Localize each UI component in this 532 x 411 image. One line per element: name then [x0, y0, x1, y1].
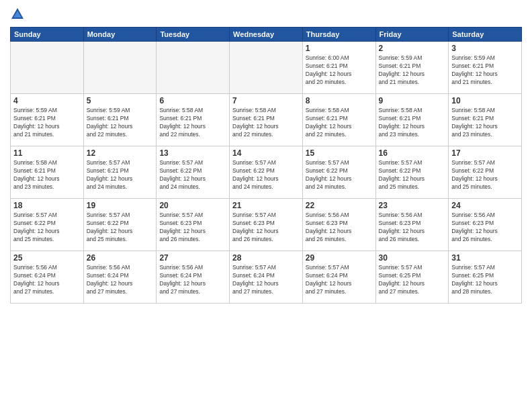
day-info: Sunrise: 5:58 AM Sunset: 6:21 PM Dayligh…	[451, 107, 519, 139]
calendar-cell-w3d1: 11Sunrise: 5:58 AM Sunset: 6:21 PM Dayli…	[11, 146, 84, 199]
day-info: Sunrise: 5:56 AM Sunset: 6:24 PM Dayligh…	[13, 264, 81, 296]
page: SundayMondayTuesdayWednesdayThursdayFrid…	[0, 0, 532, 411]
day-number: 20	[159, 201, 226, 210]
day-number: 7	[232, 96, 300, 105]
calendar-cell-w2d3: 6Sunrise: 5:58 AM Sunset: 6:21 PM Daylig…	[157, 94, 230, 146]
calendar-cell-w5d7: 31Sunrise: 5:57 AM Sunset: 6:25 PM Dayli…	[449, 251, 522, 304]
day-info: Sunrise: 5:57 AM Sunset: 6:21 PM Dayligh…	[87, 159, 154, 191]
day-number: 14	[232, 148, 300, 158]
day-info: Sunrise: 5:58 AM Sunset: 6:21 PM Dayligh…	[13, 159, 81, 191]
day-info: Sunrise: 5:58 AM Sunset: 6:21 PM Dayligh…	[379, 107, 446, 139]
day-info: Sunrise: 5:57 AM Sunset: 6:23 PM Dayligh…	[232, 212, 300, 244]
day-number: 17	[451, 148, 519, 158]
day-info: Sunrise: 5:57 AM Sunset: 6:22 PM Dayligh…	[87, 212, 154, 244]
calendar-cell-w2d7: 10Sunrise: 5:58 AM Sunset: 6:21 PM Dayli…	[449, 94, 522, 146]
calendar-header: SundayMondayTuesdayWednesdayThursdayFrid…	[11, 28, 522, 42]
day-info: Sunrise: 5:58 AM Sunset: 6:21 PM Dayligh…	[306, 107, 373, 139]
day-number: 31	[451, 253, 519, 263]
day-info: Sunrise: 5:57 AM Sunset: 6:22 PM Dayligh…	[379, 159, 446, 191]
day-number: 30	[379, 253, 446, 263]
day-info: Sunrise: 5:57 AM Sunset: 6:22 PM Dayligh…	[451, 159, 519, 191]
day-info: Sunrise: 5:56 AM Sunset: 6:23 PM Dayligh…	[451, 212, 519, 244]
day-number: 18	[13, 201, 81, 210]
day-info: Sunrise: 5:57 AM Sunset: 6:25 PM Dayligh…	[451, 264, 519, 296]
calendar-cell-w2d6: 9Sunrise: 5:58 AM Sunset: 6:21 PM Daylig…	[375, 94, 449, 146]
calendar-body: 1Sunrise: 6:00 AM Sunset: 6:21 PM Daylig…	[11, 42, 522, 304]
calendar-cell-w1d5: 1Sunrise: 6:00 AM Sunset: 6:21 PM Daylig…	[302, 42, 375, 94]
day-info: Sunrise: 5:57 AM Sunset: 6:22 PM Dayligh…	[13, 212, 81, 244]
calendar-table: SundayMondayTuesdayWednesdayThursdayFrid…	[10, 27, 522, 304]
calendar-cell-w5d3: 27Sunrise: 5:56 AM Sunset: 6:24 PM Dayli…	[157, 251, 230, 304]
day-number: 27	[159, 253, 226, 263]
calendar-cell-w3d5: 15Sunrise: 5:57 AM Sunset: 6:22 PM Dayli…	[302, 146, 375, 199]
day-header-sunday: Sunday	[11, 28, 84, 42]
calendar-cell-w3d7: 17Sunrise: 5:57 AM Sunset: 6:22 PM Dayli…	[449, 146, 522, 199]
day-info: Sunrise: 5:59 AM Sunset: 6:21 PM Dayligh…	[13, 107, 81, 139]
day-number: 28	[232, 253, 300, 263]
calendar-cell-w5d4: 28Sunrise: 5:57 AM Sunset: 6:24 PM Dayli…	[230, 251, 303, 304]
day-number: 16	[379, 148, 446, 158]
day-info: Sunrise: 5:59 AM Sunset: 6:21 PM Dayligh…	[87, 107, 154, 139]
day-info: Sunrise: 5:57 AM Sunset: 6:24 PM Dayligh…	[232, 264, 300, 296]
calendar-cell-w1d2	[83, 42, 157, 94]
day-info: Sunrise: 5:57 AM Sunset: 6:22 PM Dayligh…	[306, 159, 373, 191]
day-number: 10	[451, 96, 519, 105]
day-number: 1	[306, 44, 373, 53]
day-info: Sunrise: 5:59 AM Sunset: 6:21 PM Dayligh…	[451, 54, 519, 87]
calendar-cell-w1d6: 2Sunrise: 5:59 AM Sunset: 6:21 PM Daylig…	[375, 42, 449, 94]
calendar-cell-w2d4: 7Sunrise: 5:58 AM Sunset: 6:21 PM Daylig…	[230, 94, 303, 146]
day-header-thursday: Thursday	[302, 28, 375, 42]
day-info: Sunrise: 5:56 AM Sunset: 6:23 PM Dayligh…	[306, 212, 373, 244]
day-number: 12	[87, 148, 154, 158]
day-number: 4	[13, 96, 81, 105]
week-row-4: 18Sunrise: 5:57 AM Sunset: 6:22 PM Dayli…	[11, 199, 522, 251]
day-number: 29	[306, 253, 373, 263]
day-number: 21	[232, 201, 300, 210]
calendar-cell-w4d7: 24Sunrise: 5:56 AM Sunset: 6:23 PM Dayli…	[449, 199, 522, 251]
calendar-cell-w2d2: 5Sunrise: 5:59 AM Sunset: 6:21 PM Daylig…	[83, 94, 157, 146]
day-info: Sunrise: 5:57 AM Sunset: 6:23 PM Dayligh…	[159, 212, 226, 244]
calendar-cell-w1d7: 3Sunrise: 5:59 AM Sunset: 6:21 PM Daylig…	[449, 42, 522, 94]
week-row-1: 1Sunrise: 6:00 AM Sunset: 6:21 PM Daylig…	[11, 42, 522, 94]
day-header-saturday: Saturday	[449, 28, 522, 42]
calendar-cell-w5d1: 25Sunrise: 5:56 AM Sunset: 6:24 PM Dayli…	[11, 251, 84, 304]
day-header-monday: Monday	[83, 28, 157, 42]
day-number: 23	[379, 201, 446, 210]
logo	[10, 7, 28, 21]
day-info: Sunrise: 5:57 AM Sunset: 6:22 PM Dayligh…	[159, 159, 226, 191]
day-number: 15	[306, 148, 373, 158]
day-header-row: SundayMondayTuesdayWednesdayThursdayFrid…	[11, 28, 522, 42]
day-number: 9	[379, 96, 446, 105]
day-number: 13	[159, 148, 226, 158]
day-number: 8	[306, 96, 373, 105]
day-number: 22	[306, 201, 373, 210]
header	[10, 7, 522, 21]
calendar-cell-w5d6: 30Sunrise: 5:57 AM Sunset: 6:25 PM Dayli…	[375, 251, 449, 304]
calendar-cell-w4d4: 21Sunrise: 5:57 AM Sunset: 6:23 PM Dayli…	[230, 199, 303, 251]
day-info: Sunrise: 5:58 AM Sunset: 6:21 PM Dayligh…	[232, 107, 300, 139]
day-number: 5	[87, 96, 154, 105]
day-info: Sunrise: 5:56 AM Sunset: 6:23 PM Dayligh…	[379, 212, 446, 244]
calendar-cell-w5d2: 26Sunrise: 5:56 AM Sunset: 6:24 PM Dayli…	[83, 251, 157, 304]
calendar-cell-w4d6: 23Sunrise: 5:56 AM Sunset: 6:23 PM Dayli…	[375, 199, 449, 251]
day-number: 6	[159, 96, 226, 105]
day-header-tuesday: Tuesday	[157, 28, 230, 42]
day-number: 2	[379, 44, 446, 53]
day-info: Sunrise: 5:57 AM Sunset: 6:25 PM Dayligh…	[379, 264, 446, 296]
calendar-cell-w3d2: 12Sunrise: 5:57 AM Sunset: 6:21 PM Dayli…	[83, 146, 157, 199]
day-number: 19	[87, 201, 154, 210]
day-info: Sunrise: 5:56 AM Sunset: 6:24 PM Dayligh…	[87, 264, 154, 296]
week-row-2: 4Sunrise: 5:59 AM Sunset: 6:21 PM Daylig…	[11, 94, 522, 146]
calendar-cell-w4d3: 20Sunrise: 5:57 AM Sunset: 6:23 PM Dayli…	[157, 199, 230, 251]
calendar-cell-w1d4	[230, 42, 303, 94]
day-info: Sunrise: 5:57 AM Sunset: 6:24 PM Dayligh…	[306, 264, 373, 296]
calendar-cell-w1d1	[11, 42, 84, 94]
day-number: 26	[87, 253, 154, 263]
day-number: 3	[451, 44, 519, 53]
day-number: 24	[451, 201, 519, 210]
day-number: 25	[13, 253, 81, 263]
day-info: Sunrise: 5:56 AM Sunset: 6:24 PM Dayligh…	[159, 264, 226, 296]
calendar-cell-w3d4: 14Sunrise: 5:57 AM Sunset: 6:22 PM Dayli…	[230, 146, 303, 199]
day-header-wednesday: Wednesday	[230, 28, 303, 42]
calendar-cell-w5d5: 29Sunrise: 5:57 AM Sunset: 6:24 PM Dayli…	[302, 251, 375, 304]
